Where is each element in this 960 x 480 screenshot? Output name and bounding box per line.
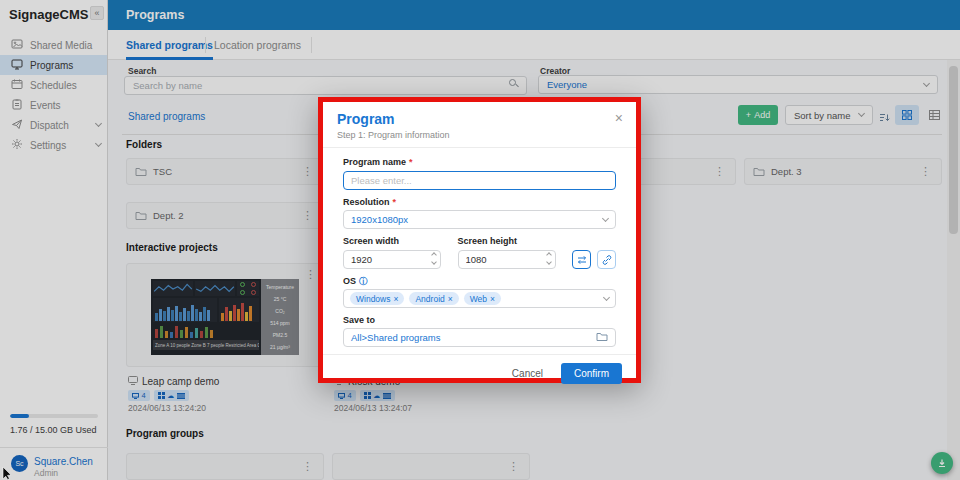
resolution-label: Resolution* [343, 197, 616, 207]
cancel-button[interactable]: Cancel [512, 368, 543, 379]
screen-size-group: Screen width Screen height [343, 236, 616, 269]
chevron-down-icon [603, 293, 610, 300]
mouse-cursor [2, 466, 13, 480]
info-icon[interactable]: ⓘ [359, 277, 368, 286]
program-name-group: Program name* [343, 157, 616, 190]
required-asterisk: * [393, 197, 397, 207]
screen-width-label: Screen width [343, 236, 441, 246]
resolution-select[interactable]: 1920x1080px [343, 210, 616, 229]
screen-height-label: Screen height [458, 236, 556, 246]
close-icon[interactable]: × [615, 111, 623, 125]
swap-icon [576, 254, 588, 266]
link-icon [601, 254, 613, 266]
program-modal-highlighted: Program Step 1: Program information × Pr… [318, 97, 641, 383]
program-name-input[interactable] [343, 171, 616, 190]
resolution-value: 1920x1080px [351, 214, 408, 225]
screen-width-field [343, 249, 441, 269]
swap-dimensions-button[interactable] [572, 250, 591, 269]
save-to-value: All>Shared programs [351, 332, 441, 343]
os-label: OS ⓘ [343, 276, 616, 286]
remove-tag-icon[interactable]: × [490, 294, 495, 304]
remove-tag-icon[interactable]: × [448, 294, 453, 304]
required-asterisk: * [409, 157, 413, 167]
modal-subtitle: Step 1: Program information [337, 130, 622, 140]
screen-width-group: Screen width [343, 236, 441, 269]
os-multiselect[interactable]: Windows× Android× Web× [343, 289, 616, 308]
confirm-button[interactable]: Confirm [561, 363, 622, 384]
folder-picker-icon[interactable] [596, 332, 608, 344]
os-tag-web[interactable]: Web× [464, 292, 501, 305]
screen-height-input[interactable] [458, 250, 556, 269]
save-to-group: Save to All>Shared programs [343, 315, 616, 347]
modal-footer: Cancel Confirm [323, 354, 636, 392]
save-to-field[interactable]: All>Shared programs [343, 328, 616, 347]
link-ratio-button[interactable] [597, 250, 616, 269]
save-to-label: Save to [343, 315, 616, 325]
number-stepper[interactable] [547, 253, 551, 264]
number-stepper[interactable] [432, 253, 436, 264]
os-tag-android[interactable]: Android× [409, 292, 458, 305]
os-group: OS ⓘ Windows× Android× Web× [343, 276, 616, 308]
modal-title: Program [337, 111, 622, 127]
chevron-down-icon [602, 214, 609, 221]
screen-width-input[interactable] [343, 250, 441, 269]
resolution-group: Resolution* 1920x1080px [343, 197, 616, 229]
modal-header: Program Step 1: Program information × [323, 102, 636, 148]
os-tag-windows[interactable]: Windows× [350, 292, 404, 305]
remove-tag-icon[interactable]: × [393, 294, 398, 304]
screen-height-field [458, 249, 556, 269]
program-name-label: Program name* [343, 157, 616, 167]
screen-height-group: Screen height [458, 236, 556, 269]
modal-body: Program name* Resolution* 1920x1080px Sc… [323, 148, 636, 354]
